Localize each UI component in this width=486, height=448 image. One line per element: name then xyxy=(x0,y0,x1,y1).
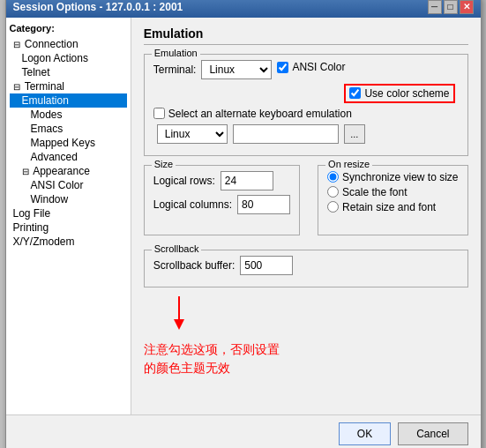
browse-button[interactable]: ... xyxy=(344,124,365,144)
scrollback-buffer-input[interactable] xyxy=(240,256,293,275)
scrollback-buffer-row: Scrollback buffer: xyxy=(153,256,459,275)
alt-keyboard-label: Select an alternate keyboard emulation xyxy=(168,108,352,120)
close-button[interactable]: ✕ xyxy=(460,0,474,14)
sidebar-item-window-label: Window xyxy=(31,193,69,205)
title-bar: Session Options - 127.0.0.1 : 2001 ─ □ ✕ xyxy=(6,0,481,18)
sidebar-item-mapped-keys-label: Mapped Keys xyxy=(31,137,95,149)
arrow-icon xyxy=(161,296,214,332)
alt-keyboard-checkbox-row: Select an alternate keyboard emulation xyxy=(153,108,459,120)
sync-view-label: Synchronize view to size xyxy=(342,171,458,183)
alt-keyboard-checkbox[interactable] xyxy=(153,108,165,119)
alt-keyboard-text[interactable] xyxy=(233,124,339,144)
sidebar-item-emulation[interactable]: Emulation xyxy=(10,93,127,108)
sidebar-item-printing-label: Printing xyxy=(13,221,49,234)
sidebar-item-appearance[interactable]: ⊟ Appearance xyxy=(10,164,127,178)
category-label: Category: xyxy=(10,23,127,34)
use-color-scheme-highlighted: Use color scheme xyxy=(344,84,454,103)
window: Session Options - 127.0.0.1 : 2001 ─ □ ✕… xyxy=(5,0,482,448)
scrollback-buffer-label: Scrollback buffer: xyxy=(153,259,236,272)
scale-font-radio[interactable] xyxy=(327,186,339,198)
size-group-label: Size xyxy=(152,159,176,169)
expand-icon-terminal: ⊟ xyxy=(13,82,20,92)
sidebar-item-terminal-label: Terminal xyxy=(25,80,64,93)
sidebar-item-advanced[interactable]: Advanced xyxy=(10,150,127,164)
sidebar-item-log-file-label: Log File xyxy=(13,207,51,220)
size-group: Size Logical rows: Logical columns: xyxy=(144,165,300,235)
sidebar-item-modes[interactable]: Modes xyxy=(10,108,127,122)
footer: OK Cancel xyxy=(6,414,481,449)
ok-button[interactable]: OK xyxy=(339,422,391,445)
content-area: Category: ⊟ Connection Logon Actions Tel… xyxy=(6,18,481,414)
logical-rows-label: Logical rows: xyxy=(153,175,215,187)
sidebar-item-appearance-label: Appearance xyxy=(33,165,90,177)
alt-keyboard-select[interactable]: Linux VT100 xyxy=(157,124,228,144)
resize-column: On resize Synchronize view to size Scale… xyxy=(318,165,467,244)
annotation-line2: 的颜色主题无效 xyxy=(144,361,230,375)
size-column: Size Logical rows: Logical columns: xyxy=(144,165,300,244)
size-resize-area: Size Logical rows: Logical columns: O xyxy=(144,165,468,244)
use-color-scheme-label: Use color scheme xyxy=(364,87,449,100)
sidebar-item-connection-label: Connection xyxy=(25,38,79,50)
resize-radio-group: Synchronize view to size Scale the font … xyxy=(327,171,458,213)
sidebar-item-xyz-modem-label: X/Y/Zmodem xyxy=(13,235,75,248)
sidebar-item-telnet[interactable]: Telnet xyxy=(10,65,127,79)
emulation-group-label: Emulation xyxy=(152,48,200,58)
on-resize-group: On resize Synchronize view to size Scale… xyxy=(318,165,467,235)
use-color-scheme-checkbox[interactable] xyxy=(349,87,361,99)
sidebar-item-emacs-label: Emacs xyxy=(31,123,64,135)
use-color-scheme-row: Use color scheme xyxy=(153,84,459,103)
on-resize-group-label: On resize xyxy=(325,159,372,169)
main-panel: Emulation Emulation Terminal: Linux VT10… xyxy=(131,18,481,414)
sidebar-item-window[interactable]: Window xyxy=(10,192,127,206)
scrollback-group-label: Scrollback xyxy=(152,243,202,254)
sidebar-item-ansi-color[interactable]: ANSI Color xyxy=(10,178,127,192)
ansi-color-row: ANSI Color xyxy=(277,61,345,73)
sidebar-item-advanced-label: Advanced xyxy=(31,151,78,163)
cancel-button[interactable]: Cancel xyxy=(398,422,467,445)
retain-size-radio[interactable] xyxy=(327,201,339,213)
sidebar-item-ansi-color-label: ANSI Color xyxy=(31,179,84,191)
emulation-group: Emulation Terminal: Linux VT100 VT220 xt… xyxy=(144,54,468,156)
ansi-color-checkbox[interactable] xyxy=(277,62,288,73)
sidebar-item-terminal[interactable]: ⊟ Terminal xyxy=(10,79,127,93)
annotation-line1: 注意勾选这项，否则设置 xyxy=(144,342,280,356)
logical-rows-row: Logical rows: xyxy=(153,171,290,190)
logical-rows-input[interactable] xyxy=(221,171,273,190)
alt-keyboard-row: Linux VT100 ... xyxy=(153,124,459,144)
scale-font-label: Scale the font xyxy=(342,186,407,198)
sidebar-item-logon-actions[interactable]: Logon Actions xyxy=(10,51,127,65)
sidebar-item-modes-label: Modes xyxy=(31,108,63,121)
expand-icon-appearance: ⊟ xyxy=(22,167,29,176)
sidebar-item-mapped-keys[interactable]: Mapped Keys xyxy=(10,136,127,150)
sidebar-item-connection[interactable]: ⊟ Connection xyxy=(10,37,127,51)
sidebar-item-logon-label: Logon Actions xyxy=(22,52,88,64)
title-bar-buttons: ─ □ ✕ xyxy=(428,0,474,14)
sidebar-item-log-file[interactable]: Log File xyxy=(10,206,127,220)
maximize-button[interactable]: □ xyxy=(444,0,458,14)
logical-cols-row: Logical columns: xyxy=(153,195,290,214)
expand-icon: ⊟ xyxy=(13,40,20,49)
minimize-button[interactable]: ─ xyxy=(428,0,442,14)
retain-size-label: Retain size and font xyxy=(342,201,436,213)
sidebar-item-telnet-label: Telnet xyxy=(22,66,50,78)
sidebar-item-emulation-label: Emulation xyxy=(22,94,69,107)
section-title: Emulation xyxy=(144,26,468,45)
sidebar-item-printing[interactable]: Printing xyxy=(10,220,127,235)
sync-view-radio[interactable] xyxy=(327,171,339,183)
window-title: Session Options - 127.0.0.1 : 2001 xyxy=(13,1,183,13)
sync-view-row: Synchronize view to size xyxy=(327,171,458,183)
sidebar-item-emacs[interactable]: Emacs xyxy=(10,122,127,136)
scrollback-group: Scrollback Scrollback buffer: xyxy=(144,250,468,287)
logical-cols-label: Logical columns: xyxy=(153,198,232,211)
terminal-row: Terminal: Linux VT100 VT220 xterm ANSI C… xyxy=(153,60,459,79)
scale-font-row: Scale the font xyxy=(327,186,458,198)
retain-size-row: Retain size and font xyxy=(327,201,458,213)
sidebar-item-xyz-modem[interactable]: X/Y/Zmodem xyxy=(10,235,127,249)
annotation-text: 注意勾选这项，否则设置 的颜色主题无效 xyxy=(144,340,280,377)
ansi-color-label: ANSI Color xyxy=(292,61,345,73)
logical-cols-input[interactable] xyxy=(237,195,290,214)
sidebar: Category: ⊟ Connection Logon Actions Tel… xyxy=(6,18,131,414)
annotation-area: 注意勾选这项，否则设置 的颜色主题无效 xyxy=(144,296,468,377)
terminal-label: Terminal: xyxy=(153,63,197,76)
terminal-select[interactable]: Linux VT100 VT220 xterm xyxy=(201,60,272,79)
